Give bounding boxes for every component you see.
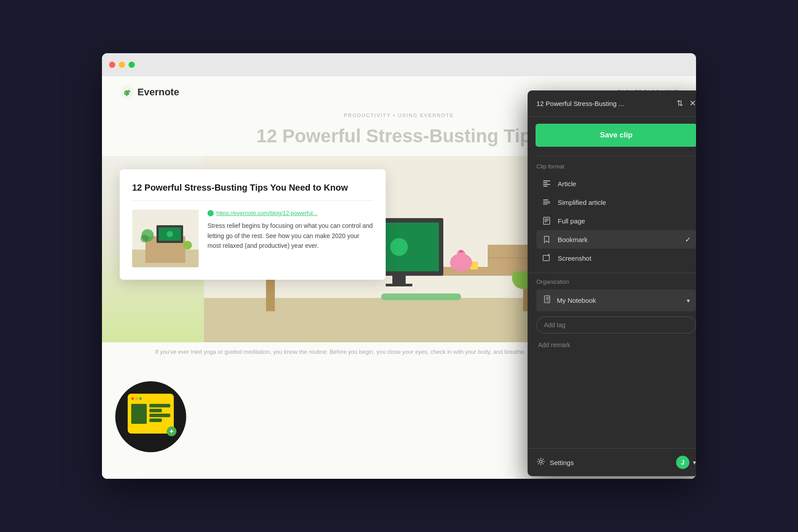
save-clip-button[interactable]: Save clip [536,124,696,147]
tag-input[interactable]: Add tag [536,317,696,333]
notebook-icon-svg [543,295,552,304]
svg-point-33 [167,231,173,237]
browser-content: Evernote ← BACK TO BLOG HOME PRODUCTIVIT… [102,76,696,479]
ext-line-4 [149,419,162,422]
svg-rect-49 [544,221,548,222]
svg-rect-39 [543,182,548,183]
traffic-light-minimize[interactable] [119,62,125,68]
organization-section: Organization My Notebook ▾ [528,273,696,357]
browser-chrome [102,53,696,76]
settings-label: Settings [550,459,574,466]
tag-placeholder: Add tag [544,321,565,329]
svg-rect-46 [544,217,550,224]
settings-area[interactable]: Settings [536,457,574,468]
notebook-dropdown[interactable]: My Notebook ▾ [536,289,696,311]
remark-input[interactable]: Add remark [536,338,696,352]
user-avatar[interactable]: J ▾ [676,456,696,469]
svg-rect-38 [543,180,550,181]
full-page-format-label: Full page [558,217,691,225]
format-option-full-page[interactable]: Full page [536,211,696,230]
svg-rect-43 [543,201,550,202]
svg-rect-40 [543,184,550,185]
svg-point-1 [125,92,126,93]
traffic-light-fullscreen[interactable] [129,62,135,68]
evernote-logo-text: Evernote [137,86,179,98]
bookmark-icon-svg [542,235,551,244]
svg-rect-47 [544,219,549,219]
svg-point-55 [540,460,542,463]
svg-point-35 [141,235,149,243]
ext-line-2 [149,409,162,412]
article-link-text: https://evernote.com/blog/12-powerful... [216,210,317,216]
svg-rect-50 [543,255,549,261]
close-icon[interactable]: ✕ [689,98,696,108]
svg-rect-54 [546,299,548,300]
avatar-circle: J [676,456,689,469]
article-format-label: Article [558,180,691,188]
browser-window: Evernote ← BACK TO BLOG HOME PRODUCTIVIT… [102,53,696,479]
ext-dot-2 [135,397,138,400]
notebook-label: My Notebook [557,297,681,304]
extension-bg: + [115,381,186,452]
article-card-text-area: https://evernote.com/blog/12-powerful...… [207,210,373,267]
ext-line-3 [149,414,170,417]
format-option-article[interactable]: Article [536,174,696,193]
article-card-image [132,210,199,267]
svg-rect-48 [544,220,549,221]
svg-rect-9 [392,276,406,285]
ext-dot-3 [139,397,142,400]
simplified-article-format-icon [542,197,552,207]
article-icon-svg [542,179,551,188]
simplified-icon-svg [542,198,551,207]
article-card-link[interactable]: https://evernote.com/blog/12-powerful... [207,210,373,216]
clipper-header: 12 Powerful Stress-Busting ... ⇅ ✕ [528,90,696,117]
ext-plus-button[interactable]: + [167,426,176,436]
sort-icon[interactable]: ⇅ [677,98,683,108]
clipper-footer: Settings J ▾ [528,448,696,476]
settings-icon [536,457,545,468]
notebook-icon [543,295,552,306]
extension-card: + [128,394,174,434]
ext-card-header [131,397,170,400]
clipper-main-divider [536,156,696,156]
remark-placeholder: Add remark [538,341,570,348]
user-chevron-icon: ▾ [693,459,696,466]
format-option-simplified-article[interactable]: Simplified article [536,193,696,211]
article-card-image-svg [132,210,199,267]
svg-point-37 [207,210,214,216]
traffic-light-close[interactable] [109,62,115,68]
svg-rect-45 [543,204,548,205]
extension-icon-wrapper: + [115,381,186,452]
svg-rect-5 [266,276,275,311]
screenshot-format-label: Screenshot [558,254,691,262]
svg-rect-17 [381,293,461,300]
clipper-panel: 12 Powerful Stress-Busting ... ⇅ ✕ Save … [528,90,696,476]
svg-rect-44 [543,203,550,203]
svg-rect-10 [386,284,412,286]
full-page-format-icon [542,216,552,226]
simplified-article-format-label: Simplified article [558,199,691,206]
svg-rect-41 [543,186,548,187]
svg-point-36 [183,241,192,250]
organization-label: Organization [536,278,696,285]
svg-point-11 [390,238,408,256]
article-format-icon [542,179,552,188]
screenshot-format-icon [542,253,552,263]
format-option-bookmark[interactable]: Bookmark ✓ [536,230,696,249]
format-option-screenshot[interactable]: Screenshot [536,249,696,267]
svg-rect-42 [543,200,548,200]
clip-format-label: Clip format [536,163,696,170]
svg-rect-24 [459,250,463,253]
svg-rect-53 [546,297,549,298]
bookmark-checkmark: ✓ [685,235,691,244]
gear-icon [536,457,545,466]
ext-lines [149,404,170,424]
article-card-desc: Stress relief begins by focusing on what… [207,221,373,250]
chevron-down-icon: ▾ [687,297,690,304]
article-link-icon [207,210,214,216]
screenshot-icon-svg [542,254,551,262]
clipper-header-actions: ⇅ ✕ [677,98,696,108]
bookmark-format-icon [542,235,552,244]
article-card-title: 12 Powerful Stress-Busting Tips You Need… [132,182,373,193]
clip-format-section: Clip format Article [528,158,696,273]
